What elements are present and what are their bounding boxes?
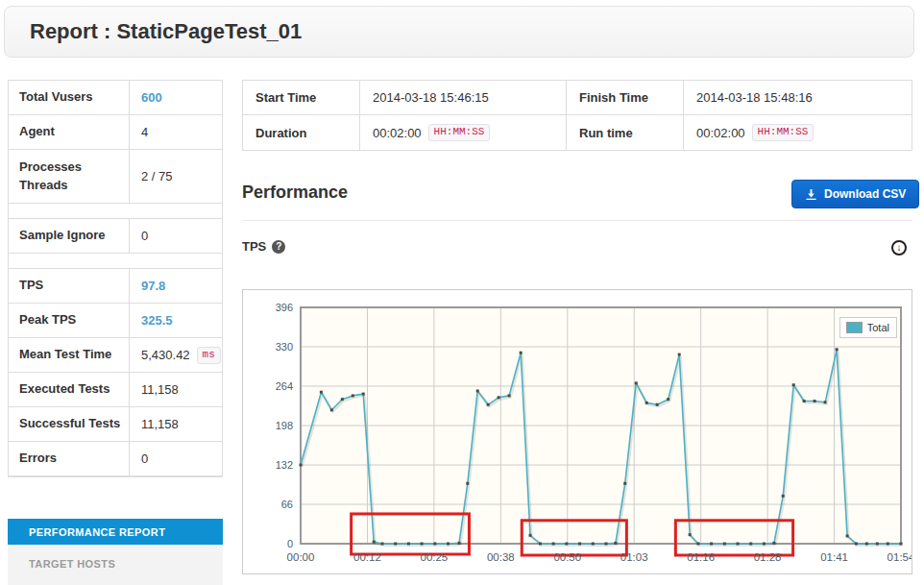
download-csv-button[interactable]: Download CSV <box>791 180 919 208</box>
download-icon <box>805 188 817 201</box>
stat-label: TPS <box>9 269 130 303</box>
svg-text:00:38: 00:38 <box>487 551 515 563</box>
stat-value: 11,158 <box>130 373 222 406</box>
format-badge-hhmmss: HH:MM:SS <box>428 124 491 141</box>
stat-row-total-vusers: Total Vusers 600 <box>9 81 222 115</box>
stat-row-executed-tests: Executed Tests 11,158 <box>9 373 222 407</box>
info-value-start-time: 2014-03-18 15:46:15 <box>360 81 567 114</box>
tps-chart-header: TPS ? <box>242 239 285 254</box>
svg-text:330: 330 <box>276 341 293 353</box>
svg-text:198: 198 <box>276 420 293 431</box>
svg-text:01:03: 01:03 <box>620 551 648 563</box>
svg-text:00:12: 00:12 <box>353 551 381 563</box>
sidebar-item-performance-report[interactable]: PERFORMANCE REPORT <box>8 519 223 545</box>
format-badge-hhmmss: HH:MM:SS <box>752 124 815 141</box>
sidebar-item-target-hosts[interactable]: TARGET HOSTS <box>8 545 223 575</box>
tps-chart-title: TPS <box>242 239 266 254</box>
svg-text:264: 264 <box>276 380 293 392</box>
report-sidebar-nav: PERFORMANCE REPORT TARGET HOSTS <box>8 519 223 585</box>
stat-value: 11,158 <box>130 407 222 441</box>
stat-label: Agent <box>9 115 130 149</box>
download-csv-label: Download CSV <box>824 187 906 201</box>
svg-text:00:00: 00:00 <box>287 551 315 563</box>
stat-label: Sample Ignore <box>9 219 130 253</box>
stat-value: 325.5 <box>130 304 222 337</box>
stat-row-errors: Errors 0 <box>9 442 222 476</box>
svg-text:396: 396 <box>276 302 293 313</box>
svg-text:66: 66 <box>281 499 293 510</box>
svg-text:00:50: 00:50 <box>553 551 581 563</box>
info-label-duration: Duration <box>243 115 360 150</box>
svg-text:132: 132 <box>276 459 293 471</box>
performance-section-heading: Performance <box>242 183 348 203</box>
stat-value: 5,430.42 ms <box>130 338 222 372</box>
stat-label: Total Vusers <box>9 81 130 114</box>
table-row: Duration 00:02:00 HH:MM:SS Run time 00:0… <box>243 115 912 150</box>
stat-label: Mean Test Time <box>9 338 130 372</box>
stat-label: Processes Threads <box>9 150 130 203</box>
chart-download-icon[interactable]: ↓ <box>891 240 907 256</box>
legend-label-total: Total <box>867 322 889 333</box>
section-divider <box>242 220 912 221</box>
page-title: Report : StaticPageTest_01 <box>30 19 302 44</box>
report-header: Report : StaticPageTest_01 <box>4 6 914 58</box>
stat-row-agent: Agent 4 <box>9 115 222 150</box>
stat-row-successful-tests: Successful Tests 11,158 <box>9 407 222 442</box>
info-value-duration: 00:02:00 HH:MM:SS <box>360 115 567 150</box>
tps-chart-panel: 06613219826433039600:0000:1200:2500:3800… <box>242 289 912 574</box>
svg-text:01:16: 01:16 <box>687 551 715 563</box>
svg-text:00:25: 00:25 <box>420 551 448 563</box>
stat-value: 600 <box>130 81 222 114</box>
stat-value: 2 / 75 <box>130 150 222 203</box>
help-icon[interactable]: ? <box>272 240 285 254</box>
table-spacer-row <box>9 254 222 269</box>
stat-label: Peak TPS <box>9 304 130 337</box>
tps-line-chart[interactable]: 06613219826433039600:0000:1200:2500:3800… <box>243 290 912 573</box>
info-label-finish-time: Finish Time <box>567 81 684 114</box>
svg-text:01:28: 01:28 <box>754 551 782 563</box>
stat-row-processes-threads: Processes Threads 2 / 75 <box>9 150 222 204</box>
info-value-run-time: 00:02:00 HH:MM:SS <box>684 115 912 150</box>
stat-value: 0 <box>130 219 222 253</box>
info-label-start-time: Start Time <box>243 81 360 114</box>
stat-label: Executed Tests <box>9 373 130 406</box>
unit-badge-ms: ms <box>197 347 221 364</box>
stat-value: 97.8 <box>130 269 222 303</box>
stat-row-tps: TPS 97.8 <box>9 269 222 304</box>
stat-label: Successful Tests <box>9 407 130 441</box>
table-spacer-row <box>9 204 222 219</box>
svg-text:0: 0 <box>287 538 293 549</box>
stat-row-peak-tps: Peak TPS 325.5 <box>9 304 222 338</box>
stat-row-mean-test-time: Mean Test Time 5,430.42 ms <box>9 338 222 373</box>
svg-text:01:41: 01:41 <box>820 551 848 563</box>
test-statistics-table: Total Vusers 600 Agent 4 Processes Threa… <box>8 80 223 477</box>
chart-legend: Total <box>839 317 897 338</box>
stat-label: Errors <box>9 442 130 475</box>
table-row: Start Time 2014-03-18 15:46:15 Finish Ti… <box>243 81 912 115</box>
info-label-run-time: Run time <box>567 115 684 150</box>
stat-value: 0 <box>130 442 222 475</box>
stat-row-sample-ignore: Sample Ignore 0 <box>9 219 222 254</box>
info-value-finish-time: 2014-03-18 15:48:16 <box>684 81 912 114</box>
stat-value: 4 <box>130 115 222 149</box>
test-time-table: Start Time 2014-03-18 15:46:15 Finish Ti… <box>242 80 912 151</box>
svg-text:01:54: 01:54 <box>888 551 912 563</box>
legend-swatch-total <box>846 322 863 333</box>
